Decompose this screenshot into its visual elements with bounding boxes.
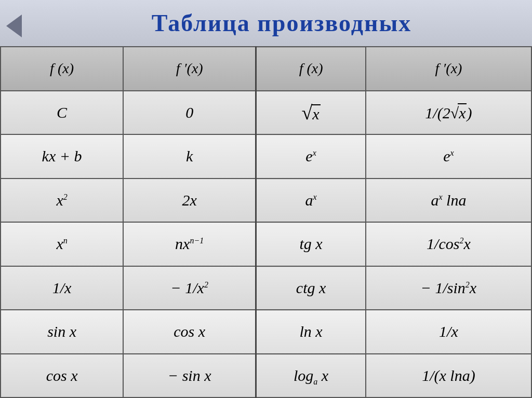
col3-header: f (x) bbox=[256, 47, 366, 91]
cell-c3: ex bbox=[256, 134, 366, 179]
derivatives-table: f (x) f ′(x) f (x) f ′(x) C 0 √x 1/(2√x) bbox=[0, 46, 532, 398]
cell-c4: 1/x bbox=[366, 310, 531, 354]
cell-c1: sin x bbox=[1, 310, 123, 354]
cell-c3: √x bbox=[256, 91, 366, 135]
col1-header: f (x) bbox=[1, 47, 123, 91]
cell-c4: 1/(x lna) bbox=[366, 354, 531, 398]
cell-c3: loga x bbox=[256, 354, 366, 398]
table-row: xn nxn−1 tg x 1/cos2x bbox=[1, 222, 531, 266]
table-row: C 0 √x 1/(2√x) bbox=[1, 91, 531, 135]
sqrt-x-denom: √x bbox=[450, 103, 467, 122]
table-row: sin x cos x ln x 1/x bbox=[1, 310, 531, 354]
cell-c2: nxn−1 bbox=[123, 222, 256, 266]
cell-c4: 1/(2√x) bbox=[366, 91, 531, 135]
cell-c2: 2x bbox=[123, 179, 256, 223]
cell-c4: 1/cos2x bbox=[366, 222, 531, 266]
nav-arrow-left[interactable] bbox=[6, 15, 22, 37]
cell-c1: kx + b bbox=[1, 134, 123, 179]
cell-c2: k bbox=[123, 134, 256, 179]
cell-c4: − 1/sin2x bbox=[366, 266, 531, 310]
table-row: x2 2x ax ax lna bbox=[1, 179, 531, 223]
table-row: 1/x − 1/x2 ctg x − 1/sin2x bbox=[1, 266, 531, 310]
cell-c2: 0 bbox=[123, 91, 256, 135]
table-row: cos x − sin x loga x 1/(x lna) bbox=[1, 354, 531, 398]
page-title: Таблица производных bbox=[31, 9, 532, 37]
page: Таблица производных f (x) f ′(x) f (x) f… bbox=[0, 0, 532, 398]
cell-c3: ax bbox=[256, 179, 366, 223]
cell-c1: C bbox=[1, 91, 123, 135]
cell-c3: tg x bbox=[256, 222, 366, 266]
cell-c3: ctg x bbox=[256, 266, 366, 310]
cell-c2: − sin x bbox=[123, 354, 256, 398]
page-header: Таблица производных bbox=[0, 0, 532, 46]
col2-header: f ′(x) bbox=[123, 47, 256, 91]
derivatives-table-container: f (x) f ′(x) f (x) f ′(x) C 0 √x 1/(2√x) bbox=[0, 46, 532, 398]
cell-c3: ln x bbox=[256, 310, 366, 354]
cell-c4: ax lna bbox=[366, 179, 531, 223]
cell-c1: xn bbox=[1, 222, 123, 266]
cell-c1: 1/x bbox=[1, 266, 123, 310]
cell-c2: cos x bbox=[123, 310, 256, 354]
table-row: kx + b k ex ex bbox=[1, 134, 531, 179]
sqrt-x-expr: √x bbox=[301, 101, 320, 124]
cell-c2: − 1/x2 bbox=[123, 266, 256, 310]
table-header-row: f (x) f ′(x) f (x) f ′(x) bbox=[1, 47, 531, 91]
cell-c1: cos x bbox=[1, 354, 123, 398]
col4-header: f ′(x) bbox=[366, 47, 531, 91]
cell-c1: x2 bbox=[1, 179, 123, 223]
cell-c4: ex bbox=[366, 134, 531, 179]
